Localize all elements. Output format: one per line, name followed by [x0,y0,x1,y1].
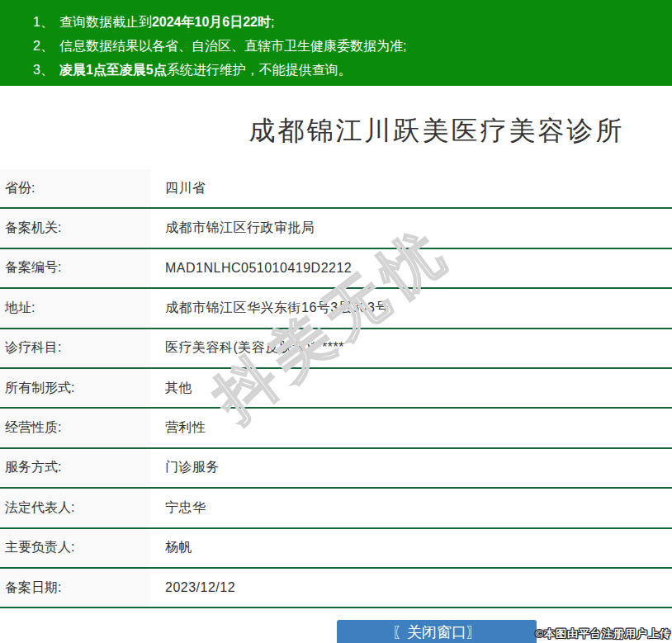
row-value: 成都市锦江区华兴东街16号3层303号 [150,300,389,317]
notice-text: ; [271,15,274,29]
table-row-service-mode: 服务方式: 门诊服务 [0,449,672,489]
row-label: 法定代表人: [0,489,150,527]
row-value: 2023/12/12 [150,580,235,595]
row-value: 营利性 [150,419,206,437]
row-value: 医疗美容科(美容皮肤科)****** [150,339,344,357]
notice-text: 信息数据结果以各省、自治区、直辖市卫生健康委数据为准; [59,39,406,53]
row-value: 杨帆 [150,539,192,556]
notice-line-1: 1、查询数据截止到2024年10月6日22时; [33,10,664,34]
copyright-badge: ©本图由平台注册用户上传 [535,626,671,641]
table-row-province: 省份: 四川省 [0,169,672,209]
table-row-medical-subjects: 诊疗科目: 医疗美容科(美容皮肤科)****** [0,329,672,369]
table-row-filing-number: 备案编号: MAD1NLHC051010419D2212 [0,249,672,289]
notice-number: 1、 [33,15,54,29]
row-label: 主要负责人: [0,529,150,567]
row-label: 备案编号: [0,249,150,287]
notice-bold-text: 凌晨1点至凌晨5点 [59,63,167,77]
notice-line-3: 3、凌晨1点至凌晨5点系统进行维护，不能提供查询。 [33,58,664,82]
notice-banner: 1、查询数据截止到2024年10月6日22时; 2、信息数据结果以各省、自治区、… [0,0,672,86]
notice-line-2: 2、信息数据结果以各省、自治区、直辖市卫生健康委数据为准; [33,34,664,58]
row-label: 备案日期: [0,569,150,607]
table-row-main-person-in-charge: 主要负责人: 杨帆 [0,529,672,569]
row-label: 经营性质: [0,409,150,447]
row-label: 省份: [0,169,150,207]
notice-text: 系统进行维护，不能提供查询。 [167,63,352,77]
row-label: 诊疗科目: [0,329,150,367]
table-row-ownership-form: 所有制形式: 其他 [0,369,672,409]
row-value: 门诊服务 [150,459,220,476]
table-row-filing-authority: 备案机关: 成都市锦江区行政审批局 [0,209,672,248]
notice-number: 2、 [33,39,54,53]
page-title: 成都锦江川跃美医疗美容诊所 [201,113,672,149]
row-label: 所有制形式: [0,369,150,407]
row-value: 成都市锦江区行政审批局 [150,220,315,237]
table-row-filing-date: 备案日期: 2023/12/12 [0,569,672,608]
table-row-business-nature: 经营性质: 营利性 [0,409,672,448]
row-label: 地址: [0,289,150,327]
row-value: MAD1NLHC051010419D2212 [150,261,352,276]
notice-text: 查询数据截止到 [59,15,152,29]
table-row-address: 地址: 成都市锦江区华兴东街16号3层303号 [0,289,672,329]
row-value: 其他 [150,380,192,397]
row-label: 备案机关: [0,209,150,247]
row-value: 宁忠华 [150,499,206,517]
row-value: 四川省 [150,180,206,197]
notice-bold-text: 2024年10月6日22时 [152,15,271,29]
close-window-button[interactable]: 〖关闭窗口〗 [337,620,537,643]
row-label: 服务方式: [0,449,150,487]
notice-number: 3、 [33,63,54,77]
info-table: 省份: 四川省 备案机关: 成都市锦江区行政审批局 备案编号: MAD1NLHC… [0,169,672,608]
table-row-legal-representative: 法定代表人: 宁忠华 [0,489,672,528]
